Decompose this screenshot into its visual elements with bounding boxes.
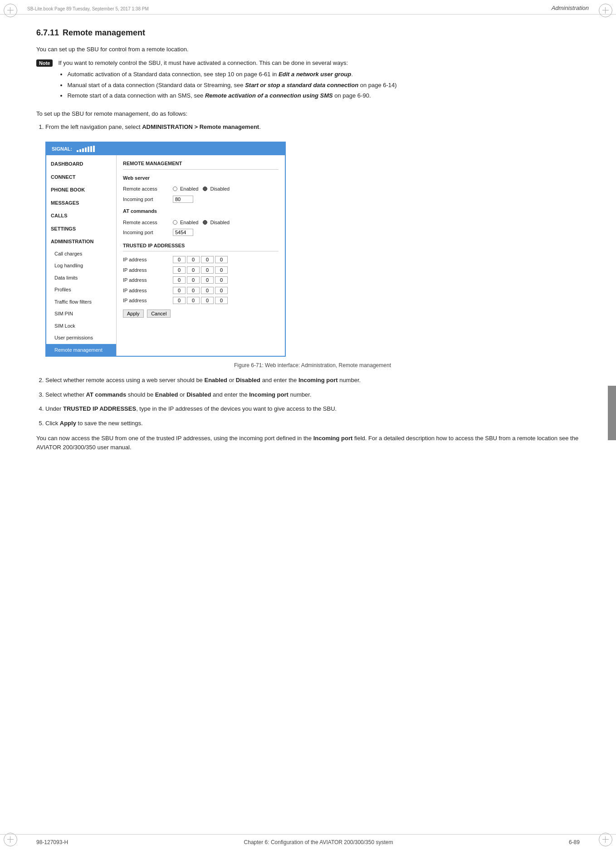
rm-ip-row-5: IP address: [123, 297, 279, 305]
section-number: 6.7.11: [36, 28, 59, 38]
rm-ip-2-oct3[interactable]: [201, 266, 214, 274]
rm-at-radio-disabled[interactable]: Disabled: [203, 219, 230, 226]
rm-ip-5-oct4[interactable]: [215, 297, 228, 304]
rm-ip-label-5: IP address: [123, 297, 168, 305]
signal-label: SIGNAL:: [52, 145, 72, 153]
rm-ip-2-oct4[interactable]: [215, 266, 228, 274]
nav-messages[interactable]: MESSAGES: [46, 196, 116, 209]
section-heading: 6.7.11 Remote management: [36, 28, 580, 38]
rm-ip-3-oct1[interactable]: [173, 276, 186, 284]
rm-ip-1-oct2[interactable]: [187, 256, 200, 263]
nav-log-handling[interactable]: Log handling: [46, 260, 116, 272]
rm-radio-enabled[interactable]: Enabled: [173, 185, 198, 193]
nav-call-charges[interactable]: Call charges: [46, 248, 116, 260]
rm-ip-4-oct2[interactable]: [187, 287, 200, 294]
setup-intro: To set up the SBU for remote management,…: [36, 109, 580, 118]
note-box: Note If you want to remotely control the…: [36, 59, 580, 102]
steps-list: From the left navigation pane, select AD…: [45, 123, 580, 427]
figure-caption: Figure 6-71: Web interface: Administrati…: [45, 361, 580, 369]
rm-ip-3-oct3[interactable]: [201, 276, 214, 284]
rm-ip-4-oct4[interactable]: [215, 287, 228, 294]
rm-ip-inputs-3: [173, 276, 228, 284]
note-content: If you want to remotely control the SBU,…: [58, 59, 396, 102]
nav-sim-lock[interactable]: SIM Lock: [46, 320, 116, 332]
main-content: 6.7.11 Remote management You can set up …: [0, 15, 616, 470]
rm-buttons: Apply Cancel: [123, 309, 279, 318]
rm-ip-inputs-2: [173, 266, 228, 274]
nav-traffic-flow[interactable]: Traffic flow filters: [46, 296, 116, 308]
note-text: If you want to remotely control the SBU,…: [58, 59, 348, 66]
nav-user-permissions[interactable]: User permissions: [46, 332, 116, 344]
rm-enabled-label: Enabled: [180, 185, 198, 193]
header-title: Administration: [552, 5, 589, 11]
intro-text: You can set up the SBU for control from …: [36, 45, 580, 54]
nav-right-content: REMOTE MANAGEMENT Web server Remote acce…: [117, 155, 285, 356]
rm-ip-row-1: IP address: [123, 256, 279, 264]
rm-ip-row-3: IP address: [123, 276, 279, 284]
rm-ip-inputs-1: [173, 256, 228, 263]
rm-at-disabled-radio[interactable]: [203, 220, 207, 225]
footer-right: 6-89: [569, 839, 580, 845]
rm-at-enabled-label: Enabled: [180, 219, 198, 226]
rm-ip-5-oct1[interactable]: [173, 297, 186, 304]
rm-at-incoming-port-label: Incoming port: [123, 229, 168, 236]
signal-bars-icon: [77, 146, 95, 152]
rm-web-port-input[interactable]: [173, 196, 193, 203]
rm-ip-label-4: IP address: [123, 287, 168, 295]
side-tab: [608, 386, 616, 440]
footer: 98-127093-H Chapter 6: Configuration of …: [0, 834, 616, 850]
nav-connect[interactable]: CONNECT: [46, 170, 116, 183]
rm-ip-1-oct3[interactable]: [201, 256, 214, 263]
step-4: Under TRUSTED IP ADDRESSES, type in the …: [45, 404, 580, 413]
nav-profiles[interactable]: Profiles: [46, 284, 116, 296]
nav-phonebook[interactable]: PHONE BOOK: [46, 183, 116, 196]
rm-ip-label-2: IP address: [123, 266, 168, 274]
corner-mark-tl: [4, 4, 17, 17]
nav-data-limits[interactable]: Data limits: [46, 272, 116, 284]
closing-text: You can now access the SBU from one of t…: [36, 434, 580, 452]
rm-at-disabled-label: Disabled: [210, 219, 230, 226]
step-1: From the left navigation pane, select AD…: [45, 123, 580, 369]
rm-ip-inputs-5: [173, 297, 228, 304]
note-badge: Note: [36, 59, 53, 67]
rm-enabled-radio[interactable]: [173, 187, 177, 191]
rm-disabled-label: Disabled: [210, 185, 230, 193]
rm-disabled-radio[interactable]: [203, 187, 207, 191]
rm-ip-1-oct1[interactable]: [173, 256, 186, 263]
nav-remote-management[interactable]: Remote management: [46, 344, 116, 356]
rm-ip-5-oct2[interactable]: [187, 297, 200, 304]
rm-at-enabled-radio[interactable]: [173, 220, 177, 225]
footer-left: 98-127093-H: [36, 839, 68, 845]
step-5: Click Apply to save the new settings.: [45, 419, 580, 428]
rm-at-remote-access-row: Remote access Enabled Disabled: [123, 219, 279, 226]
cancel-button[interactable]: Cancel: [147, 310, 171, 318]
nav-settings[interactable]: SETTINGS: [46, 222, 116, 235]
rm-radio-disabled[interactable]: Disabled: [203, 185, 230, 193]
rm-at-port-input[interactable]: [173, 229, 193, 236]
signal-bar: SIGNAL:: [46, 142, 285, 156]
nav-sim-pin[interactable]: SIM PIN: [46, 308, 116, 320]
rm-incoming-port-label: Incoming port: [123, 196, 168, 203]
rm-ip-3-oct2[interactable]: [187, 276, 200, 284]
nav-panel: DASHBOARD CONNECT PHONE BOOK MESSAGES CA…: [46, 155, 285, 356]
rm-at-commands-title: AT commands: [123, 207, 279, 215]
section-title: Remote management: [63, 28, 145, 38]
rm-ip-4-oct1[interactable]: [173, 287, 186, 294]
step-2: Select whether remote access using a web…: [45, 376, 580, 385]
nav-calls[interactable]: CALLS: [46, 209, 116, 222]
rm-ip-5-oct3[interactable]: [201, 297, 214, 304]
nav-administration[interactable]: ADMINISTRATION: [46, 235, 116, 248]
nav-dashboard[interactable]: DASHBOARD: [46, 157, 116, 170]
apply-button[interactable]: Apply: [123, 310, 144, 318]
rm-ip-2-oct2[interactable]: [187, 266, 200, 274]
rm-ip-label-3: IP address: [123, 276, 168, 284]
rm-ip-1-oct4[interactable]: [215, 256, 228, 263]
rm-ip-4-oct3[interactable]: [201, 287, 214, 294]
rm-at-incoming-port-row: Incoming port: [123, 229, 279, 236]
watermark-top: SB-Lite.book Page 89 Tuesday, September …: [27, 6, 149, 11]
rm-ip-row-4: IP address: [123, 287, 279, 295]
footer-center: Chapter 6: Configuration of the AVIATOR …: [244, 839, 393, 845]
rm-ip-3-oct4[interactable]: [215, 276, 228, 284]
rm-ip-2-oct1[interactable]: [173, 266, 186, 274]
rm-at-radio-enabled[interactable]: Enabled: [173, 219, 198, 226]
